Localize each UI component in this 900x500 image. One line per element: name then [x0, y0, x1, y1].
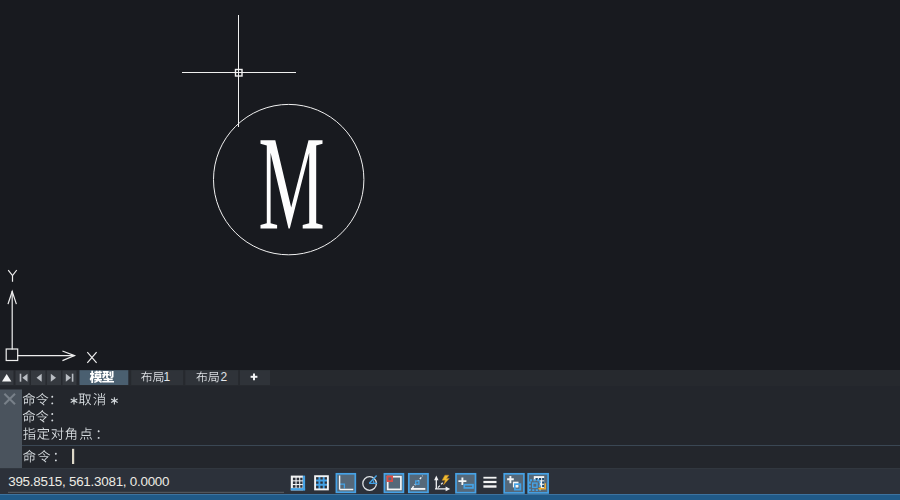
- svg-text:395.8515, 561.3081, 0.0000: 395.8515, 561.3081, 0.0000: [8, 474, 169, 489]
- svg-text:1: 1: [163, 370, 170, 384]
- svg-text:2: 2: [220, 370, 227, 384]
